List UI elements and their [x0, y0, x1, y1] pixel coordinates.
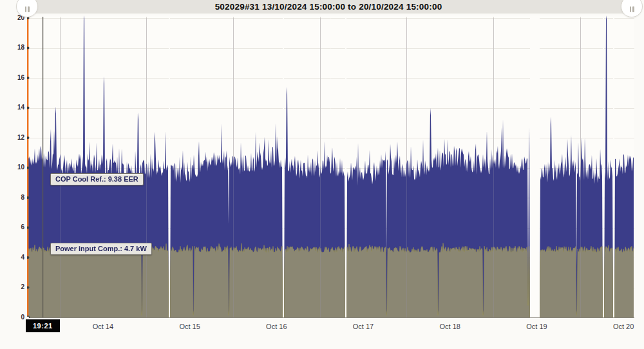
chart-canvas[interactable] — [27, 15, 634, 318]
power-tooltip: Power input Comp.: 4.7 kW — [50, 243, 152, 255]
range-handle-right[interactable] — [621, 0, 643, 17]
y-tick-label: 18 — [0, 44, 24, 51]
y-tick-label: 16 — [0, 74, 24, 81]
y-tick-label: 12 — [0, 134, 24, 141]
x-tick-label: Oct 17 — [353, 323, 374, 330]
y-tick-label: 2 — [0, 283, 24, 290]
drag-handle-icon — [25, 6, 30, 12]
y-tick-label: 14 — [0, 104, 24, 111]
range-handle-left[interactable] — [16, 0, 38, 17]
x-tick-label: Oct 18 — [440, 323, 460, 330]
y-tick-label: 4 — [0, 254, 24, 261]
chart-window: 502029#31 13/10/2024 15:00:00 to 20/10/2… — [0, 0, 644, 349]
x-tick-label: Oct 20 — [613, 323, 634, 330]
x-tick-label: Oct 19 — [526, 323, 547, 330]
x-tick-label: Oct 16 — [266, 323, 287, 330]
y-tick-label: 10 — [0, 164, 24, 171]
chart-title: 502029#31 13/10/2024 15:00:00 to 20/10/2… — [215, 2, 442, 12]
y-tick-label: 8 — [0, 194, 24, 201]
cursor-time-label: 19:21 — [26, 319, 60, 332]
cop-tooltip: COP Cool Ref.: 9.38 EER — [50, 173, 144, 185]
y-tick-label: 0 — [0, 314, 24, 321]
chart-title-bar: 502029#31 13/10/2024 15:00:00 to 20/10/2… — [26, 0, 631, 14]
y-tick-label: 6 — [0, 223, 24, 231]
drag-handle-icon — [630, 6, 634, 12]
x-tick-label: Oct 14 — [93, 323, 113, 330]
x-tick-label: Oct 15 — [179, 323, 200, 330]
